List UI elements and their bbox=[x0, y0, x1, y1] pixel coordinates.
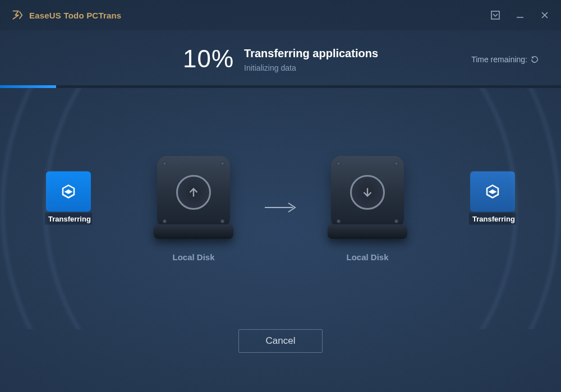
minimize-button[interactable] bbox=[515, 10, 525, 20]
source-disk-label: Local Disk bbox=[172, 252, 214, 262]
upload-icon bbox=[176, 175, 211, 210]
download-icon bbox=[350, 175, 385, 210]
cube-icon bbox=[470, 172, 515, 212]
footer: Cancel bbox=[0, 329, 561, 371]
target-badge-label: Transferring bbox=[469, 213, 516, 225]
app-title: EaseUS Todo PCTrans bbox=[29, 11, 121, 20]
target-disk-label: Local Disk bbox=[346, 252, 388, 262]
arrow-right-icon bbox=[264, 201, 297, 216]
window-controls bbox=[490, 10, 550, 20]
app-logo: EaseUS Todo PCTrans bbox=[11, 9, 121, 21]
titlebar: EaseUS Todo PCTrans bbox=[0, 0, 561, 30]
cube-icon bbox=[46, 172, 91, 212]
brand-logo-icon bbox=[11, 9, 24, 21]
cancel-button[interactable]: Cancel bbox=[238, 329, 323, 353]
status-subtitle: Initializing data bbox=[244, 63, 378, 72]
svg-rect-0 bbox=[491, 11, 499, 19]
dropdown-menu-button[interactable] bbox=[490, 10, 500, 20]
time-remaining-label: Time remaining: bbox=[471, 55, 527, 64]
progress-percent: 10% bbox=[183, 45, 234, 73]
source-disk: Local Disk bbox=[157, 156, 230, 262]
target-transfer-badge: Transferring bbox=[469, 172, 516, 225]
source-badge-label: Transferring bbox=[45, 213, 92, 225]
refresh-icon bbox=[531, 56, 539, 63]
target-disk: Local Disk bbox=[331, 156, 404, 262]
transfer-stage: Transferring Transferring Local Disk bbox=[0, 88, 561, 329]
time-remaining: Time remaining: bbox=[471, 55, 539, 64]
status-title: Transferring applications bbox=[244, 47, 378, 60]
source-transfer-badge: Transferring bbox=[45, 172, 92, 225]
status-header: 10% Transferring applications Initializi… bbox=[0, 45, 561, 73]
close-button[interactable] bbox=[540, 10, 550, 20]
